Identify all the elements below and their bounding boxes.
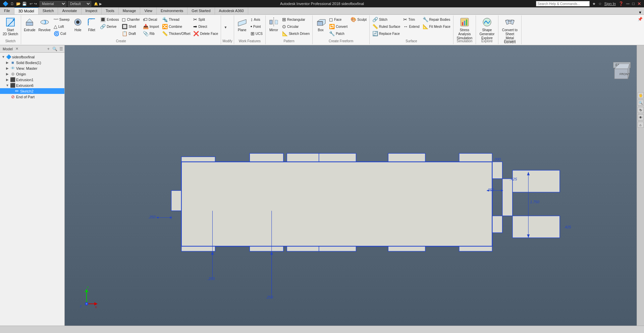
box-btn[interactable]: Box — [314, 16, 327, 38]
circular-btn[interactable]: ⊙ Circular — [281, 23, 311, 30]
sculpt-btn[interactable]: 🎨 Sculpt — [349, 16, 368, 23]
tab-getstarted[interactable]: Get Started — [187, 7, 215, 14]
model-tab-bar: Model ✕ + 🔍 ☰ — [0, 45, 64, 53]
rectangular-label: Rectangular — [287, 18, 305, 21]
axis-btn[interactable]: ↕ Axis — [249, 16, 264, 23]
signin-label[interactable]: Sign In — [604, 2, 616, 6]
rib-btn[interactable]: 📎 Rib — [142, 30, 160, 37]
minimize-btn[interactable]: ─ — [626, 1, 630, 6]
tree-sketch2[interactable]: ✏ Sketch2 — [0, 88, 64, 94]
create-col6: ✂ Split ➡ Direct ❌ Delete Face — [192, 16, 219, 37]
save-btn[interactable]: 💾 — [22, 2, 27, 6]
sketch-driven-btn[interactable]: 📐 Sketch Driven — [281, 30, 311, 37]
point-btn[interactable]: • Point — [249, 23, 264, 30]
modify-expand-btn[interactable]: ▼ — [224, 25, 227, 29]
modify-group-title: Modify — [222, 39, 232, 44]
help-icon[interactable]: ❓ — [619, 1, 624, 6]
face-btn[interactable]: ◻ Face — [328, 16, 349, 23]
thread-btn[interactable]: 🔩 Thread — [161, 16, 192, 23]
open-btn[interactable]: 📂 — [16, 2, 21, 6]
undo-btn[interactable]: ↩ — [30, 2, 33, 6]
split-btn[interactable]: ✂ Split — [192, 16, 219, 23]
sketch-group-title: Sketch — [1, 39, 19, 44]
fillet-btn[interactable]: Fillet — [85, 16, 98, 38]
tab-environments[interactable]: Environments — [157, 7, 187, 14]
tab-tools[interactable]: Tools — [102, 7, 119, 14]
new-btn[interactable]: 🗋 — [10, 2, 15, 6]
tab-inspect[interactable]: Inspect — [82, 7, 102, 14]
view-dropdown[interactable]: Default — [68, 1, 91, 7]
extrude-btn[interactable]: Extrude — [22, 16, 37, 38]
redo-btn[interactable]: ↪ — [34, 2, 37, 6]
direct-btn[interactable]: ➡ Direct — [192, 23, 219, 30]
chamfer-btn[interactable]: ◻ Chamfer — [120, 16, 141, 23]
repair-bodies-btn[interactable]: 🔧 Repair Bodies — [421, 16, 452, 23]
svg-rect-10 — [270, 20, 272, 24]
create-col5: 🔩 Thread 🔀 Combine 📏 Thicken/Offset — [161, 16, 192, 37]
tree-extrusion6[interactable]: ▼ ⬛ Extrusion6 — [0, 82, 64, 88]
tree-origin[interactable]: ▶ ⊕ Origin — [0, 71, 64, 77]
model-search-btn[interactable]: 🔍 — [52, 47, 57, 51]
combine-btn[interactable]: 🔀 Combine — [161, 23, 192, 30]
delete-face-btn[interactable]: ❌ Delete Face — [192, 30, 219, 37]
stress-analysis-btn[interactable]: Stress AnalysisSimulation — [455, 16, 474, 38]
svg-marker-71 — [270, 251, 273, 255]
svg-rect-30 — [287, 153, 321, 162]
loft-btn[interactable]: △ Loft — [52, 23, 71, 30]
sweep-btn[interactable]: 〰 Sweep — [52, 16, 71, 23]
tab-a360[interactable]: Autodesk A360 — [215, 7, 248, 14]
ucs-btn[interactable]: ⊞ UCS — [249, 30, 264, 37]
convert-freeform-btn[interactable]: 🔁 Convert — [328, 23, 349, 30]
ribbon-options-btn[interactable]: ▼ — [636, 10, 644, 14]
stitch-btn[interactable]: 🔗 Stitch — [371, 16, 401, 23]
tab-sketch[interactable]: Sketch — [39, 7, 58, 14]
decal-label: Decal — [149, 18, 157, 21]
tree-end-of-part[interactable]: ⊘ End of Part — [0, 94, 64, 100]
model-tab-add[interactable]: + — [47, 46, 50, 51]
thicken-btn[interactable]: 📏 Thicken/Offset — [161, 30, 192, 37]
tab-manage[interactable]: Manage — [119, 7, 141, 14]
ruled-surface-btn[interactable]: 📏 Ruled Surface — [371, 23, 401, 30]
decal-btn[interactable]: 🏷 Decal — [142, 16, 160, 23]
extend-btn[interactable]: ↔ Extend — [402, 23, 421, 30]
close-btn[interactable]: ✕ — [637, 1, 641, 6]
tab-file[interactable]: File — [0, 7, 14, 14]
emboss-btn[interactable]: 🔳 Emboss — [99, 16, 120, 23]
shell-btn[interactable]: 🔲 Shell — [120, 23, 141, 30]
direct-icon: ➡ — [193, 24, 197, 29]
model-menu-btn[interactable]: ☰ — [59, 47, 63, 51]
hole-btn[interactable]: Hole — [71, 16, 85, 38]
search-input[interactable] — [536, 1, 590, 6]
coil-label: Coil — [60, 32, 66, 36]
model-tab-label[interactable]: Model — [1, 46, 14, 52]
coil-btn[interactable]: 🌀 Coil — [52, 30, 71, 37]
start-2d-sketch-btn[interactable]: Start2D Sketch — [1, 16, 19, 38]
extend-label: Extend — [409, 25, 419, 29]
star-icon[interactable]: ★ — [592, 2, 596, 6]
ribbon-pin-btn[interactable]: 📌 — [638, 17, 643, 21]
shape-generator-btn[interactable]: Shape GeneratorExplore — [477, 16, 497, 38]
plane-btn[interactable]: Plane — [235, 16, 249, 38]
derive-btn[interactable]: 🔗 Derive — [99, 23, 120, 30]
import-btn[interactable]: 📥 Import — [142, 23, 160, 30]
tab-3dmodel[interactable]: 3D Model — [14, 7, 39, 14]
rectangular-btn[interactable]: ⊞ Rectangular — [281, 16, 311, 23]
model-tab-close[interactable]: ✕ — [15, 47, 18, 51]
tab-annotate[interactable]: Annotate — [58, 7, 81, 14]
tab-view[interactable]: View — [140, 7, 157, 14]
revolve-btn[interactable]: Revolve — [37, 16, 52, 38]
fit-mesh-face-btn[interactable]: 📐 Fit Mesh Face — [421, 23, 452, 30]
patch-btn[interactable]: 🔧 Patch — [328, 30, 349, 37]
tree-root[interactable]: ▼ 🔷 sideofboxfinal — [0, 54, 64, 60]
tree-extrusion1[interactable]: ▶ ⬛ Extrusion1 — [0, 77, 64, 82]
star-icon2[interactable]: ☆ — [598, 2, 602, 6]
maximize-btn[interactable]: □ — [632, 1, 635, 6]
replace-face-btn[interactable]: 🔄 Replace Face — [371, 30, 401, 37]
convert-sheet-metal-btn[interactable]: Convert toSheet MetalConvert — [500, 16, 520, 38]
trim-btn[interactable]: ✂ Trim — [402, 16, 421, 23]
tree-solid-bodies[interactable]: ▶ ■ Solid Bodies(1) — [0, 60, 64, 65]
material-dropdown[interactable]: Material — [40, 1, 66, 7]
draft-btn[interactable]: 📋 Draft — [120, 30, 141, 37]
mirror-btn[interactable]: Mirror — [267, 16, 280, 38]
tree-view-master[interactable]: ▶ 👁 View: Master — [0, 65, 64, 71]
